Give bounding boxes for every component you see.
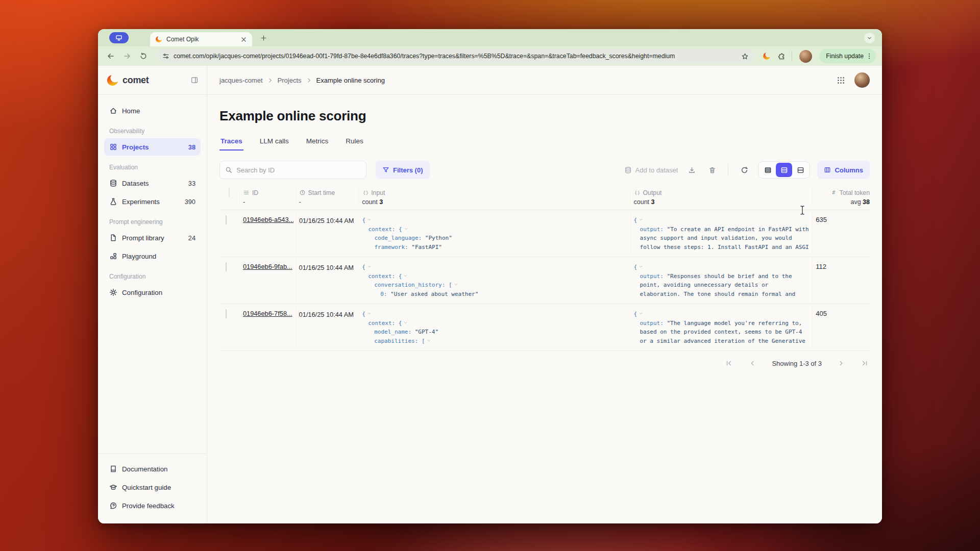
- columns-label: Columns: [835, 166, 863, 174]
- tab-llm-calls[interactable]: LLM calls: [259, 135, 290, 151]
- chevron-down-icon[interactable]: [367, 264, 372, 269]
- json-line: output: "To create an API endpoint in Fa…: [634, 225, 811, 234]
- apps-grid-icon[interactable]: [837, 76, 845, 85]
- search-box[interactable]: [219, 161, 366, 179]
- close-icon[interactable]: [240, 36, 247, 43]
- row-height-small-button[interactable]: [760, 163, 776, 177]
- sidebar-item-home[interactable]: Home: [104, 102, 201, 119]
- sidebar-item-label: Datasets: [122, 180, 149, 187]
- trace-id-link[interactable]: 01946eb6-7f58...: [243, 310, 293, 317]
- pagination-prev-button[interactable]: [748, 359, 756, 367]
- row-checkbox[interactable]: [226, 262, 227, 272]
- sidebar-item-experiments[interactable]: Experiments390: [104, 193, 201, 210]
- pagination-next-button[interactable]: [837, 359, 845, 367]
- back-button[interactable]: [104, 49, 117, 63]
- output-cell: {output: "To create an API endpoint in F…: [631, 210, 813, 257]
- table-header-id[interactable]: ID-: [240, 188, 296, 206]
- json-key: capabilities: [: [374, 338, 425, 344]
- tab-rules[interactable]: Rules: [345, 135, 364, 151]
- row-height-large-button[interactable]: [792, 163, 808, 177]
- chevron-down-icon[interactable]: [454, 282, 458, 287]
- add-to-dataset-button[interactable]: Add to dataset: [624, 166, 678, 174]
- breadcrumb-jacques-comet[interactable]: jacques-comet: [219, 77, 263, 84]
- kebab-menu-icon[interactable]: [866, 53, 873, 60]
- export-download-button[interactable]: [685, 163, 698, 177]
- row-checkbox[interactable]: [226, 215, 227, 225]
- finish-update-label: Finish update: [826, 53, 864, 60]
- browser-profile-avatar[interactable]: [799, 50, 812, 63]
- sidebar-item-label: Playground: [122, 253, 156, 260]
- refresh-icon: [741, 166, 748, 174]
- browser-tab[interactable]: Comet Opik: [150, 32, 252, 46]
- sidebar-item-provide-feedback[interactable]: Provide feedback: [104, 497, 201, 514]
- row-select-cell: [219, 257, 240, 304]
- table-header-start-time[interactable]: Start time-: [296, 188, 359, 206]
- comet-extension-icon[interactable]: [761, 51, 772, 62]
- database-icon: [109, 179, 117, 187]
- sidebar-item-datasets[interactable]: Datasets33: [104, 174, 201, 192]
- row-checkbox[interactable]: [226, 309, 227, 319]
- trash-icon: [708, 166, 716, 174]
- toolbar-divider: [728, 164, 728, 176]
- chevron-down-icon[interactable]: [404, 227, 408, 231]
- sidebar-item-projects[interactable]: Projects38: [104, 138, 201, 156]
- table-header-total-token[interactable]: #Total tokenavg 38: [813, 188, 870, 206]
- table-header-output[interactable]: {}Outputcount 3: [630, 188, 813, 206]
- tab-traces[interactable]: Traces: [219, 135, 243, 151]
- site-settings-icon[interactable]: [162, 53, 169, 60]
- chevron-down-icon[interactable]: [403, 273, 408, 278]
- sidebar-collapse-icon[interactable]: [190, 76, 199, 84]
- output-json: {output: "To create an API endpoint in F…: [634, 216, 811, 252]
- table-row[interactable]: 01946eb6-9fab...01/16/25 10:44 AM{contex…: [219, 257, 870, 304]
- chevron-down-icon[interactable]: [639, 217, 643, 222]
- trace-id-link[interactable]: 01946eb6-a543...: [243, 216, 293, 223]
- reload-button[interactable]: [137, 49, 150, 63]
- breadcrumb-projects[interactable]: Projects: [278, 77, 302, 84]
- json-line: or a similar advanced iteration of the G…: [633, 337, 810, 346]
- pagination-last-button[interactable]: [861, 359, 869, 367]
- table-row[interactable]: 01946eb6-a543...01/16/25 10:44 AM{contex…: [219, 210, 870, 257]
- column-summary: -: [243, 198, 296, 206]
- json-line: conversation_history: [: [362, 281, 628, 290]
- sidebar-item-playground[interactable]: Playground: [104, 247, 201, 265]
- tab-metrics[interactable]: Metrics: [305, 135, 330, 151]
- sidebar-item-configuration[interactable]: Configuration: [104, 284, 201, 301]
- json-key: framework:: [374, 244, 408, 251]
- trace-id-link[interactable]: 01946eb6-9fab...: [243, 263, 293, 270]
- select-all-checkbox[interactable]: [229, 188, 230, 197]
- chevron-down-icon[interactable]: [639, 311, 643, 316]
- finish-update-button[interactable]: Finish update: [819, 49, 876, 63]
- url-bar[interactable]: comet.com/opik/jacques-comet/projects/01…: [156, 49, 755, 63]
- workspace-pill[interactable]: [109, 32, 129, 43]
- svg-text:{}: {}: [634, 190, 640, 195]
- chevron-down-icon[interactable]: [639, 264, 643, 269]
- tab-overflow-button[interactable]: [864, 33, 875, 43]
- table-header-input[interactable]: {}Inputcount 3: [359, 188, 630, 206]
- chevron-down-icon[interactable]: [403, 320, 408, 325]
- refresh-button[interactable]: [738, 163, 751, 177]
- chevron-down-icon[interactable]: [367, 217, 372, 222]
- filters-button[interactable]: Filters (0): [376, 161, 430, 179]
- sidebar-item-quickstart-guide[interactable]: Quickstart guide: [104, 479, 201, 496]
- chevron-down-icon[interactable]: [367, 311, 372, 316]
- row-height-medium-button[interactable]: [776, 163, 792, 177]
- delete-button[interactable]: [705, 163, 719, 177]
- input-cell: {context: {model_name: "GPT-4"capabiliti…: [359, 304, 630, 350]
- new-tab-button[interactable]: [257, 32, 270, 44]
- columns-button[interactable]: Columns: [817, 161, 870, 179]
- chevron-down-icon[interactable]: [427, 338, 431, 343]
- sidebar-item-label: Provide feedback: [122, 502, 175, 510]
- forward-button[interactable]: [120, 49, 134, 63]
- row-select-cell: [219, 210, 240, 257]
- pagination-first-button[interactable]: [725, 359, 733, 367]
- search-input[interactable]: [236, 166, 361, 174]
- sidebar-item-documentation[interactable]: Documentation: [104, 460, 201, 478]
- extensions-puzzle-icon[interactable]: [775, 51, 787, 62]
- table-header-select: [219, 188, 240, 206]
- bookmark-star-icon[interactable]: [741, 53, 749, 60]
- json-key: {: [362, 217, 365, 223]
- sidebar-item-prompt-library[interactable]: Prompt library24: [104, 229, 201, 246]
- column-label: Start time: [299, 188, 359, 197]
- user-avatar[interactable]: [854, 72, 870, 88]
- table-row[interactable]: 01946eb6-7f58...01/16/25 10:44 AM{contex…: [219, 304, 870, 351]
